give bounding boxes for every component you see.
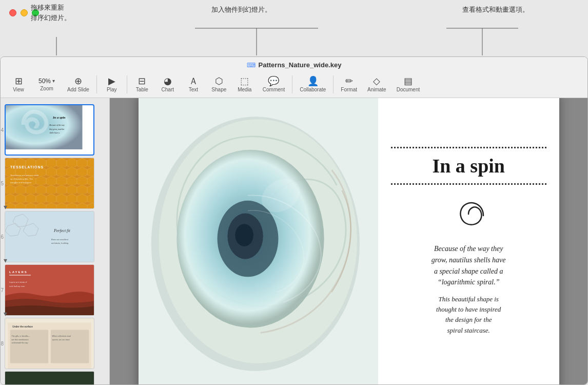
slide-thumb-4: In a spin Because of the way they grow, … — [5, 104, 94, 156]
slide-item-9[interactable]: 9 FRACTALS Fractals are patterns that re… — [5, 371, 105, 384]
animate-label: Animate — [367, 87, 386, 92]
slide-item-4[interactable]: 4 — [5, 104, 105, 156]
zoom-button[interactable]: 50% ▾ Zoom — [31, 75, 62, 93]
play-button[interactable]: ▶ Play — [99, 74, 125, 94]
add-slide-label: Add Slide — [67, 87, 89, 92]
slide-number-6: 6 — [1, 234, 4, 240]
slide-thumb-6: Perfect fit Bees are excellent architect… — [5, 211, 94, 262]
slide-body-text-2: This beautiful shape is thought to have … — [436, 294, 501, 336]
annotation-reorder: 拖移來重新 排序幻燈片。 — [31, 3, 92, 23]
slide-item-7[interactable]: 7 LAYERS Layers are strata of rock built… — [5, 264, 105, 316]
slide-item-8[interactable]: 8 Under the surface The gills, or lamell… — [5, 318, 105, 369]
svg-rect-39 — [5, 372, 94, 384]
file-icon: ⌨ — [247, 62, 256, 69]
svg-text:rock built up over: rock built up over — [9, 285, 25, 287]
animate-button[interactable]: ◇ Animate — [362, 74, 391, 94]
collaborate-icon: 👤 — [307, 76, 319, 86]
collaborate-label: Collaborate — [300, 87, 326, 92]
slide-5-svg: TESSELATIONS Tesselations are patterns m… — [5, 158, 94, 209]
svg-text:Bees are excellent: Bees are excellent — [51, 238, 69, 241]
slide-thumb-9: FRACTALS Fractals are patterns that repe… — [5, 371, 94, 384]
slide-number-7: 7 — [1, 287, 4, 293]
svg-text:Layers are strata of: Layers are strata of — [9, 281, 27, 283]
svg-text:are thin membranes: are thin membranes — [11, 339, 28, 341]
slide-item-5[interactable]: 5 TESSELATIONS Tesselations are patterns… — [5, 158, 105, 209]
toolbar: ⌨ Patterns_Nature_wide.key ⊞ View 50% ▾ … — [1, 57, 587, 98]
annotation-add-objects: 加入物件到幻燈片。 — [200, 5, 282, 14]
svg-text:Under the surface: Under the surface — [12, 325, 33, 328]
view-button[interactable]: ⊞ View — [6, 74, 31, 94]
spiral-svg — [445, 191, 492, 237]
shape-icon: ⬡ — [215, 76, 223, 86]
nautilus-shell-svg — [139, 98, 383, 384]
window-title: Patterns_Nature_wide.key — [259, 61, 342, 69]
slide-item-6[interactable]: 6 Perfect fit Bees are excellent archite… — [5, 211, 105, 262]
main-content: 4 — [1, 98, 587, 384]
format-label: Format — [341, 87, 357, 92]
play-label: Play — [107, 87, 116, 92]
svg-text:Tesselations are patterns made: Tesselations are patterns made — [10, 174, 39, 177]
zoom-label: Zoom — [40, 86, 53, 91]
view-label: View — [13, 87, 24, 92]
maximize-button[interactable] — [32, 9, 39, 16]
svg-text:LAYERS: LAYERS — [9, 271, 28, 274]
text-button[interactable]: Ａ Text — [181, 74, 206, 94]
traffic-lights — [9, 9, 39, 16]
svg-text:spores, we can trace: spores, we can trace — [52, 339, 70, 341]
slide-panel[interactable]: 4 — [1, 98, 110, 384]
slide-4-thumbnail-svg: In a spin Because of the way they grow, … — [5, 104, 83, 149]
slide-9-svg: FRACTALS Fractals are patterns that repe… — [5, 372, 94, 384]
svg-text:The gills, or lamella—: The gills, or lamella— — [11, 335, 30, 337]
table-label: Table — [136, 87, 148, 92]
collaborate-button[interactable]: 👤 Collaborate — [295, 74, 331, 94]
chart-label: Chart — [162, 87, 174, 92]
slide-number-5: 5 — [1, 181, 4, 186]
media-button[interactable]: ⬚ Media — [232, 74, 258, 94]
slide-number-8: 8 — [1, 341, 4, 346]
media-icon: ⬚ — [240, 76, 249, 86]
play-icon: ▶ — [108, 76, 115, 86]
comment-button[interactable]: 💬 Comment — [258, 74, 290, 94]
slide-title: In a spin — [432, 155, 505, 177]
slide-thumb-8: Under the surface The gills, or lamella—… — [5, 318, 94, 369]
svg-text:FRACTALS: FRACTALS — [36, 384, 63, 384]
view-icon: ⊞ — [15, 76, 23, 86]
svg-text:Perfect fit: Perfect fit — [53, 228, 71, 233]
svg-text:shells have a: shells have a — [49, 132, 60, 134]
svg-rect-31 — [10, 330, 49, 363]
separator-4 — [333, 75, 334, 93]
slide-7-svg: LAYERS Layers are strata of rock built u… — [5, 265, 94, 316]
table-icon: ⊟ — [138, 76, 146, 86]
svg-text:architects, building: architects, building — [51, 242, 68, 244]
spiral-icon-area — [445, 191, 492, 237]
slide-6-svg: Perfect fit Bees are excellent architect… — [5, 211, 94, 262]
chart-button[interactable]: ◕ Chart — [155, 74, 181, 94]
comment-icon: 💬 — [268, 76, 279, 86]
shape-button[interactable]: ⬡ Shape — [206, 74, 232, 94]
chart-icon: ◕ — [164, 76, 172, 86]
annotation-arrows — [0, 0, 588, 56]
svg-text:Because of the way: Because of the way — [49, 124, 65, 126]
format-button[interactable]: ✏ Format — [336, 74, 362, 94]
media-label: Media — [238, 87, 251, 92]
document-button[interactable]: ▤ Document — [391, 74, 425, 94]
table-button[interactable]: ⊟ Table — [129, 74, 155, 94]
text-label: Text — [189, 87, 198, 92]
comment-label: Comment — [263, 87, 285, 92]
slide-8-svg: Under the surface The gills, or lamella—… — [8, 321, 91, 369]
close-button[interactable] — [9, 9, 16, 16]
slide-thumb-5: TESSELATIONS Tesselations are patterns m… — [5, 158, 94, 209]
shape-label: Shape — [211, 87, 226, 92]
add-slide-button[interactable]: ⊕ Add Slide — [62, 74, 94, 94]
separator-1 — [96, 75, 97, 93]
svg-text:up of repeating tiles. The: up of repeating tiles. The — [10, 178, 33, 180]
svg-text:When collections start: When collections start — [52, 335, 71, 337]
svg-rect-18 — [5, 211, 94, 262]
svg-text:TESSELATIONS: TESSELATIONS — [10, 165, 44, 169]
canvas-area: In a spin Because of the way they grow, … — [110, 98, 587, 384]
slide-canvas: In a spin Because of the way they grow, … — [139, 98, 559, 384]
animate-icon: ◇ — [373, 76, 380, 86]
minimize-button[interactable] — [21, 9, 28, 16]
format-icon: ✏ — [345, 76, 353, 86]
document-icon: ▤ — [404, 76, 413, 86]
